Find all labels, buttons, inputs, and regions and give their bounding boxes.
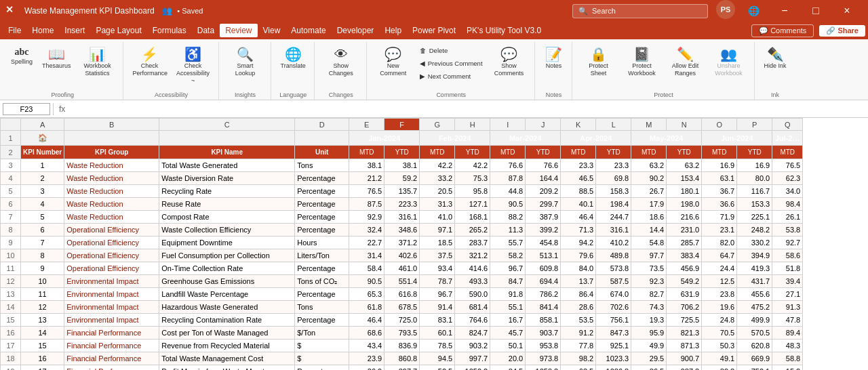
- d1-q[interactable]: 76.5: [772, 159, 803, 172]
- mar-header[interactable]: Mar-2024: [490, 131, 561, 146]
- cell-i2[interactable]: MTD: [490, 146, 526, 159]
- kpi-unit-2[interactable]: Percentage: [295, 172, 349, 185]
- kpi-num-1[interactable]: 1: [21, 159, 64, 172]
- menu-power-pivot[interactable]: Power Pivot: [407, 24, 461, 37]
- d1-k[interactable]: 23.3: [561, 159, 596, 172]
- extensions-icon[interactable]: 🌐: [738, 0, 769, 22]
- cell-m2[interactable]: MTD: [631, 146, 667, 159]
- protect-workbook-btn[interactable]: 📓 Protect Workbook: [621, 45, 663, 80]
- cell-q2[interactable]: MTD: [772, 146, 803, 159]
- cell-j2[interactable]: YTD: [526, 146, 561, 159]
- d1-n[interactable]: 63.2: [667, 159, 702, 172]
- col-header-j[interactable]: J: [526, 119, 561, 131]
- d1-e[interactable]: 38.1: [349, 159, 384, 172]
- notes-btn[interactable]: 📝 Notes: [540, 45, 568, 73]
- col-header-a[interactable]: A: [21, 119, 64, 131]
- formula-input[interactable]: [71, 105, 865, 113]
- cell-l2[interactable]: YTD: [596, 146, 631, 159]
- d1-m[interactable]: 63.2: [631, 159, 667, 172]
- close-btn[interactable]: ×: [831, 0, 863, 22]
- cell-kpi-group-header[interactable]: KPI Group: [64, 146, 159, 159]
- cell-b1[interactable]: [64, 131, 159, 146]
- name-box[interactable]: [3, 103, 50, 115]
- kpi-group-2[interactable]: Waste Reduction: [64, 172, 159, 185]
- maximize-btn[interactable]: □: [800, 0, 831, 22]
- menu-file[interactable]: File: [3, 24, 26, 37]
- col-header-l[interactable]: L: [596, 119, 631, 131]
- menu-automate[interactable]: Automate: [285, 24, 331, 37]
- menu-pk-utility[interactable]: PK's Utility Tool V3.0: [461, 24, 547, 37]
- search-box[interactable]: 🔍 Search: [572, 4, 708, 18]
- check-performance-btn[interactable]: ⚡ Check Performance: [129, 45, 171, 80]
- d1-o[interactable]: 16.9: [702, 159, 737, 172]
- menu-view[interactable]: View: [258, 24, 286, 37]
- cell-p2[interactable]: YTD: [737, 146, 772, 159]
- may-header[interactable]: May-2024: [631, 131, 702, 146]
- show-comments-btn[interactable]: 💬 Show Comments: [488, 45, 530, 80]
- prev-comment-btn[interactable]: ◀ Previous Comment: [416, 58, 487, 69]
- cell-kpi-name-header[interactable]: KPI Name: [159, 146, 295, 159]
- jan-header[interactable]: Jan-2024: [349, 131, 420, 146]
- kpi-name-2[interactable]: Waste Diversion Rate: [159, 172, 295, 185]
- delete-btn[interactable]: 🗑 Delete: [416, 45, 487, 56]
- col-header-k[interactable]: K: [561, 119, 596, 131]
- share-button[interactable]: 🔗 Share: [819, 25, 865, 37]
- cell-e2[interactable]: MTD: [349, 146, 384, 159]
- kpi-name-1[interactable]: Total Waste Generated: [159, 159, 295, 172]
- protect-sheet-btn[interactable]: 🔒 Protect Sheet: [578, 45, 620, 80]
- comments-button[interactable]: 💬 Comments: [751, 24, 814, 37]
- menu-insert[interactable]: Insert: [59, 24, 90, 37]
- col-header-i[interactable]: I: [490, 119, 526, 131]
- menu-review[interactable]: Review: [220, 24, 257, 37]
- workbook-stats-btn[interactable]: 📊 Workbook Statistics: [77, 45, 119, 80]
- d1-i[interactable]: 76.6: [490, 159, 526, 172]
- check-accessibility-btn[interactable]: ♿ Check Accessibility ~: [172, 45, 214, 87]
- kpi-num-2[interactable]: 2: [21, 172, 64, 185]
- cell-unit-header[interactable]: Unit: [295, 146, 349, 159]
- d1-g[interactable]: 42.2: [420, 159, 455, 172]
- col-header-n[interactable]: N: [667, 119, 702, 131]
- minimize-btn[interactable]: −: [769, 0, 800, 22]
- menu-formulas[interactable]: Formulas: [147, 24, 192, 37]
- menu-home[interactable]: Home: [26, 24, 59, 37]
- smart-lookup-btn[interactable]: 🔍 Smart Lookup: [224, 45, 267, 80]
- cell-d1[interactable]: [295, 131, 349, 146]
- cell-c1[interactable]: [159, 131, 295, 146]
- unshare-workbook-btn[interactable]: 👥 Unshare Workbook: [708, 45, 750, 80]
- d1-p[interactable]: 16.9: [737, 159, 772, 172]
- cell-o2[interactable]: MTD: [702, 146, 737, 159]
- translate-btn[interactable]: 🌐 Translate: [277, 45, 310, 73]
- col-header-c[interactable]: C: [159, 119, 295, 131]
- menu-page-layout[interactable]: Page Layout: [90, 24, 146, 37]
- col-header-o[interactable]: O: [702, 119, 737, 131]
- d1-f[interactable]: 38.1: [384, 159, 420, 172]
- feb-header[interactable]: Feb-2024: [420, 131, 490, 146]
- kpi-group-1[interactable]: Waste Reduction: [64, 159, 159, 172]
- kpi-unit-1[interactable]: Tons: [295, 159, 349, 172]
- cell-kpi-number-header[interactable]: KPI Number: [21, 146, 64, 159]
- col-header-g[interactable]: G: [420, 119, 455, 131]
- thesaurus-btn[interactable]: 📖 Thesaurus: [38, 45, 75, 73]
- col-header-f[interactable]: F: [384, 119, 420, 131]
- show-changes-btn[interactable]: 👁 Show Changes: [320, 45, 362, 80]
- hide-ink-btn[interactable]: ✒️ Hide Ink: [760, 45, 791, 73]
- cell-g2[interactable]: MTD: [420, 146, 455, 159]
- col-header-m[interactable]: M: [631, 119, 667, 131]
- col-header-p[interactable]: P: [737, 119, 772, 131]
- col-header-q[interactable]: Q: [772, 119, 803, 131]
- menu-data[interactable]: Data: [192, 24, 220, 37]
- cell-f2[interactable]: YTD: [384, 146, 420, 159]
- jun-header[interactable]: Jun-2024: [702, 131, 772, 146]
- sheet-table-wrapper[interactable]: A B C D E F G H I J K L M N O P Q: [0, 118, 868, 370]
- spelling-btn[interactable]: abc Spelling: [7, 45, 37, 68]
- cell-h2[interactable]: YTD: [455, 146, 490, 159]
- d1-h[interactable]: 42.2: [455, 159, 490, 172]
- cell-n2[interactable]: YTD: [667, 146, 702, 159]
- menu-help[interactable]: Help: [379, 24, 407, 37]
- col-header-e[interactable]: E: [349, 119, 384, 131]
- apr-header[interactable]: Apr-2024: [561, 131, 631, 146]
- menu-developer[interactable]: Developer: [332, 24, 380, 37]
- allow-edit-ranges-btn[interactable]: ✏️ Allow Edit Ranges: [665, 45, 707, 80]
- home-icon-cell[interactable]: 🏠: [21, 131, 64, 146]
- col-header-h[interactable]: H: [455, 119, 490, 131]
